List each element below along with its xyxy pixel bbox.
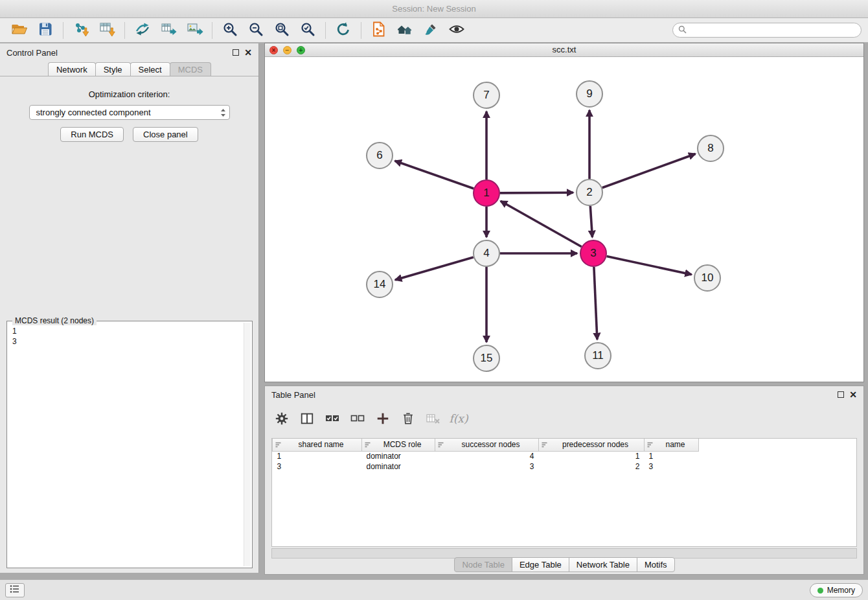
export-image-button[interactable] — [181, 20, 207, 41]
table-row[interactable]: 3dominator323 — [273, 461, 699, 472]
criterion-dropdown[interactable]: strongly connected component — [29, 105, 230, 120]
edge-1-6[interactable] — [395, 161, 474, 189]
edge-3-10[interactable] — [607, 256, 692, 274]
select-all-icon[interactable] — [325, 411, 340, 426]
close-icon[interactable]: ✕ — [244, 49, 252, 56]
edge-3-11[interactable] — [594, 267, 597, 340]
style-brush-button[interactable] — [418, 20, 444, 41]
open-folder-icon — [11, 21, 28, 40]
status-bar: Memory — [0, 579, 868, 600]
node-14[interactable]: 14 — [367, 271, 393, 297]
svg-text:8: 8 — [707, 142, 713, 154]
minimize-window-icon[interactable]: − — [283, 46, 291, 54]
chevron-up-down-icon — [220, 108, 227, 118]
mcds-result-list[interactable]: 13 — [7, 321, 252, 351]
table-row[interactable]: 1dominator411 — [273, 451, 699, 461]
maximize-window-icon[interactable]: + — [297, 46, 305, 54]
save-session-button[interactable] — [32, 20, 58, 41]
zoom-out-button[interactable] — [243, 20, 269, 41]
node-1[interactable]: 1 — [474, 180, 499, 206]
table-cell[interactable]: 1 — [645, 451, 699, 461]
table-cell[interactable]: 3 — [645, 461, 699, 472]
task-history-button[interactable] — [5, 583, 25, 597]
column-header[interactable]: MCDS role — [362, 439, 435, 451]
result-item[interactable]: 3 — [12, 336, 247, 347]
node-table-area: shared nameMCDS rolesuccessor nodesprede… — [271, 438, 857, 547]
node-15[interactable]: 15 — [474, 345, 499, 371]
network-document-button[interactable] — [366, 20, 392, 41]
column-header[interactable]: successor nodes — [435, 439, 539, 451]
columns-icon[interactable] — [299, 411, 315, 426]
eye-button[interactable] — [444, 20, 470, 41]
table-cell[interactable]: 1 — [539, 451, 645, 461]
float-window-icon[interactable] — [838, 391, 844, 398]
close-window-icon[interactable]: × — [269, 46, 278, 54]
table-panel-header: Table Panel ✕ — [265, 386, 863, 403]
node-9[interactable]: 9 — [577, 81, 602, 107]
import-network-button[interactable] — [68, 20, 94, 41]
tab-network-table[interactable]: Network Table — [569, 557, 637, 572]
edge-2-3[interactable] — [590, 206, 592, 237]
edge-3-1[interactable] — [501, 201, 582, 246]
edge-1-2[interactable] — [500, 192, 573, 193]
edge-2-8[interactable] — [602, 154, 696, 188]
column-header[interactable]: predecessor nodes — [539, 439, 645, 451]
node-11[interactable]: 11 — [585, 343, 611, 369]
tab-node-table[interactable]: Node Table — [454, 557, 512, 572]
table-cell[interactable]: 4 — [435, 451, 539, 461]
node-4[interactable]: 4 — [474, 240, 499, 266]
node-10[interactable]: 10 — [694, 265, 720, 291]
edge-4-14[interactable] — [395, 257, 474, 280]
table-cell[interactable]: 3 — [273, 461, 362, 472]
float-window-icon[interactable] — [233, 49, 239, 56]
gear-icon[interactable] — [274, 411, 290, 426]
tab-motifs[interactable]: Motifs — [637, 557, 675, 572]
zoom-fit-button[interactable] — [269, 20, 295, 41]
import-table-button[interactable] — [94, 20, 120, 41]
search-input[interactable] — [690, 26, 856, 35]
node-2[interactable]: 2 — [577, 179, 602, 205]
table-cell[interactable]: dominator — [362, 451, 435, 461]
home-button[interactable] — [392, 20, 418, 41]
search-icon — [678, 25, 687, 36]
run-mcds-button[interactable]: Run MCDS — [60, 127, 124, 142]
export-network-button[interactable] — [130, 20, 155, 41]
table-cell[interactable]: 3 — [435, 461, 539, 472]
node-6[interactable]: 6 — [367, 143, 393, 168]
export-table-button[interactable] — [155, 20, 181, 41]
memory-button[interactable]: Memory — [810, 583, 863, 597]
tab-select[interactable]: Select — [130, 62, 170, 76]
table-cell[interactable]: 2 — [539, 461, 645, 472]
unselect-all-icon[interactable] — [350, 411, 365, 426]
refresh-button[interactable] — [330, 20, 356, 41]
control-panel-tabs: NetworkStyleSelectMCDS — [0, 62, 258, 76]
tab-style[interactable]: Style — [95, 62, 131, 76]
zoom-in-button[interactable] — [217, 20, 243, 41]
zoom-selected-button[interactable] — [295, 20, 321, 41]
search-field[interactable] — [672, 23, 862, 38]
network-canvas[interactable]: 7968124314101511 — [265, 57, 863, 382]
trash-icon[interactable] — [400, 411, 416, 426]
tab-edge-table[interactable]: Edge Table — [512, 557, 569, 572]
column-header[interactable]: shared name — [273, 439, 362, 451]
tab-mcds[interactable]: MCDS — [170, 62, 211, 76]
application-window: Session: New Session — [0, 0, 868, 600]
close-panel-button[interactable]: Close panel — [133, 127, 198, 142]
result-scrollbar[interactable] — [244, 323, 251, 566]
table-cell[interactable]: dominator — [362, 461, 435, 472]
close-icon[interactable]: ✕ — [849, 391, 857, 398]
open-folder-button[interactable] — [6, 20, 32, 41]
style-brush-icon — [423, 21, 439, 40]
result-item[interactable]: 1 — [12, 326, 247, 336]
svg-text:6: 6 — [376, 149, 382, 161]
column-header[interactable]: name — [645, 439, 699, 451]
zoom-selected-icon — [300, 21, 315, 40]
tab-network[interactable]: Network — [48, 62, 96, 76]
memory-status-icon — [817, 588, 823, 594]
node-7[interactable]: 7 — [474, 82, 499, 108]
node-3[interactable]: 3 — [580, 240, 606, 266]
table-cell[interactable]: 1 — [273, 451, 362, 461]
add-row-icon[interactable] — [375, 411, 391, 426]
node-8[interactable]: 8 — [698, 135, 724, 161]
network-window-titlebar[interactable]: × − + scc.txt — [265, 43, 863, 57]
